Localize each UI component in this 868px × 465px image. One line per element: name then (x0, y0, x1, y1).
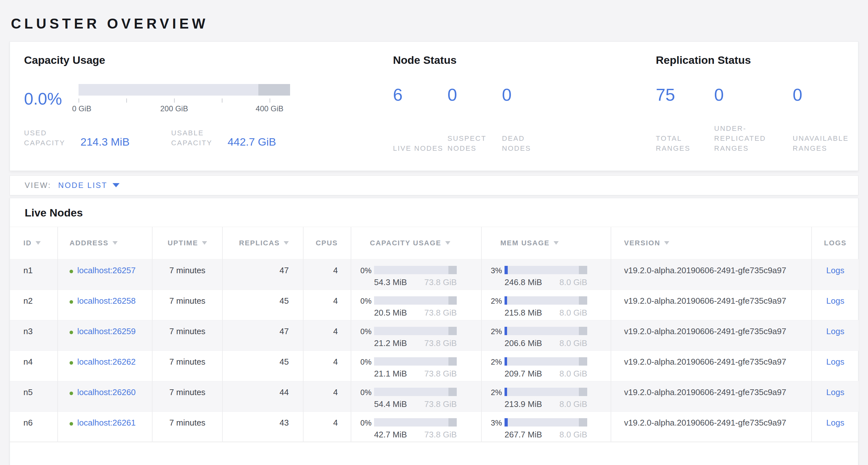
mem-usage-fill (504, 357, 507, 366)
sort-icon (202, 241, 207, 245)
sort-icon (284, 241, 289, 245)
capacity-used-value: 20.5 MiB (374, 308, 407, 318)
unavailable-ranges-label: UNAVAILABLE RANGES (793, 134, 844, 153)
logs-link[interactable]: Logs (826, 296, 844, 306)
mem-usage-cell: 2% 215.8 MiB8.0 GiB (482, 290, 611, 320)
node-address-link[interactable]: localhost:26258 (77, 296, 135, 306)
node-status-section: Node Status 6 LIVE NODES 0 SUSPECT NODES… (393, 53, 656, 171)
axis-tick (174, 98, 175, 103)
column-header-id[interactable]: ID (10, 227, 58, 259)
node-id: n5 (10, 381, 58, 411)
node-replicas: 43 (222, 411, 303, 442)
node-status-heading: Node Status (393, 53, 656, 67)
node-logs-cell: Logs (812, 381, 859, 411)
node-address-link[interactable]: localhost:26260 (77, 387, 135, 397)
axis-tick (126, 98, 127, 103)
capacity-bar (79, 84, 290, 95)
capacity-usage-cell: 0% 54.4 MiB73.8 GiB (351, 381, 482, 411)
node-replicas: 44 (222, 381, 303, 411)
unavailable-ranges-count: 0 (793, 85, 866, 105)
mem-reserved-segment (579, 357, 587, 366)
usable-capacity-stat: USABLE CAPACITY 442.7 GiB (171, 128, 276, 148)
capacity-percent-value: 0% (352, 266, 372, 287)
mem-usage-fill (504, 296, 507, 304)
capacity-bar-reserved-segment (258, 84, 290, 95)
node-logs-cell: Logs (812, 320, 859, 350)
capacity-usage-cell: 0% 42.7 MiB73.8 GiB (351, 411, 482, 442)
used-capacity-stat: USED CAPACITY 214.3 MiB (24, 128, 129, 148)
node-address-link[interactable]: localhost:26261 (77, 418, 135, 428)
table-row: n1 localhost:26257 7 minutes 47 4 0% 54.… (10, 259, 859, 290)
mem-total-value: 8.0 GiB (559, 338, 587, 348)
capacity-usage-heading: Capacity Usage (24, 53, 393, 67)
mem-total-value: 8.0 GiB (559, 430, 587, 439)
node-id: n4 (10, 350, 58, 381)
mem-usage-bar (504, 388, 587, 396)
total-ranges-count: 75 (656, 85, 714, 105)
node-replicas: 47 (222, 320, 303, 350)
mem-used-value: 213.9 MiB (504, 399, 542, 409)
logs-link[interactable]: Logs (826, 357, 844, 367)
capacity-total-value: 73.8 GiB (424, 308, 457, 318)
node-version: v19.2.0-alpha.20190606-2491-gfe735c9a97 (611, 350, 812, 381)
sort-icon (36, 241, 41, 245)
capacity-usage-bar (374, 418, 457, 427)
sort-icon (445, 241, 451, 245)
capacity-usage-cell: 0% 54.3 MiB73.8 GiB (351, 259, 482, 290)
page-title: CLUSTER OVERVIEW (0, 9, 868, 32)
capacity-total-value: 73.8 GiB (424, 369, 457, 378)
axis-label: 0 GiB (72, 104, 91, 113)
view-label: VIEW: (25, 181, 51, 190)
capacity-percent-value: 0% (352, 327, 372, 348)
mem-usage-fill (504, 327, 507, 335)
axis-label: 400 GiB (256, 104, 284, 113)
node-logs-cell: Logs (812, 290, 859, 320)
node-address-link[interactable]: localhost:26257 (77, 265, 135, 275)
node-version: v19.2.0-alpha.20190606-2491-gfe735c9a97 (611, 320, 812, 350)
capacity-used-value: 21.1 MiB (374, 369, 407, 378)
mem-used-value: 215.8 MiB (504, 308, 542, 318)
column-header-address[interactable]: ADDRESS (58, 227, 152, 259)
table-row: n2 localhost:26258 7 minutes 45 4 0% 20.… (10, 290, 859, 320)
node-address-link[interactable]: localhost:26262 (77, 357, 135, 367)
capacity-used-value: 42.7 MiB (374, 430, 407, 439)
axis-tick (222, 98, 222, 103)
logs-link[interactable]: Logs (826, 326, 844, 336)
node-address-cell: localhost:26258 (58, 290, 152, 320)
live-nodes-label: LIVE NODES (393, 143, 444, 153)
capacity-used-value: 54.4 MiB (374, 399, 407, 409)
node-live-status-icon (69, 361, 73, 365)
chevron-down-icon (113, 183, 120, 187)
capacity-axis (79, 98, 290, 103)
mem-used-value: 267.7 MiB (504, 430, 542, 439)
mem-usage-fill (504, 418, 508, 427)
node-address-cell: localhost:26260 (58, 381, 152, 411)
column-header-capacity-usage[interactable]: CAPACITY USAGE (351, 227, 482, 259)
capacity-used-value: 54.3 MiB (374, 278, 407, 287)
view-mode-dropdown[interactable]: NODE LIST (58, 181, 120, 190)
mem-usage-bar (504, 357, 587, 366)
column-header-cpus: CPUS (303, 227, 351, 259)
node-address-cell: localhost:26262 (58, 350, 152, 381)
dead-nodes-label: DEAD NODES (502, 134, 553, 153)
node-uptime: 7 minutes (152, 411, 222, 442)
capacity-usage-bar (374, 357, 457, 366)
capacity-reserved-segment (448, 357, 457, 366)
node-replicas: 45 (222, 290, 303, 320)
capacity-usage-cell: 0% 20.5 MiB73.8 GiB (351, 290, 482, 320)
capacity-usage-bar (374, 266, 457, 274)
node-address-link[interactable]: localhost:26259 (77, 326, 135, 336)
node-uptime: 7 minutes (152, 259, 222, 290)
logs-link[interactable]: Logs (826, 265, 844, 275)
logs-link[interactable]: Logs (826, 387, 844, 397)
column-header-mem-usage[interactable]: MEM USAGE (482, 227, 611, 259)
logs-link[interactable]: Logs (826, 418, 844, 428)
unavailable-ranges-metric: 0 UNAVAILABLE RANGES (793, 85, 866, 153)
column-header-version[interactable]: VERSION (611, 227, 812, 259)
capacity-usage-bar (374, 327, 457, 335)
nodes-table-body: n1 localhost:26257 7 minutes 47 4 0% 54.… (10, 259, 859, 442)
table-row: n5 localhost:26260 7 minutes 44 4 0% 54.… (10, 381, 859, 411)
column-header-replicas[interactable]: REPLICAS (222, 227, 303, 259)
column-header-uptime[interactable]: UPTIME (152, 227, 222, 259)
node-live-status-icon (69, 331, 73, 334)
